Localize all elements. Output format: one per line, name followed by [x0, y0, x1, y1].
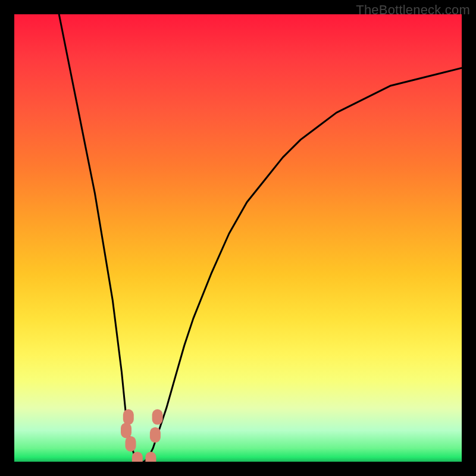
- gradient-background: [14, 14, 462, 462]
- watermark-text: TheBottleneck.com: [356, 2, 470, 18]
- chart-frame: [14, 14, 462, 462]
